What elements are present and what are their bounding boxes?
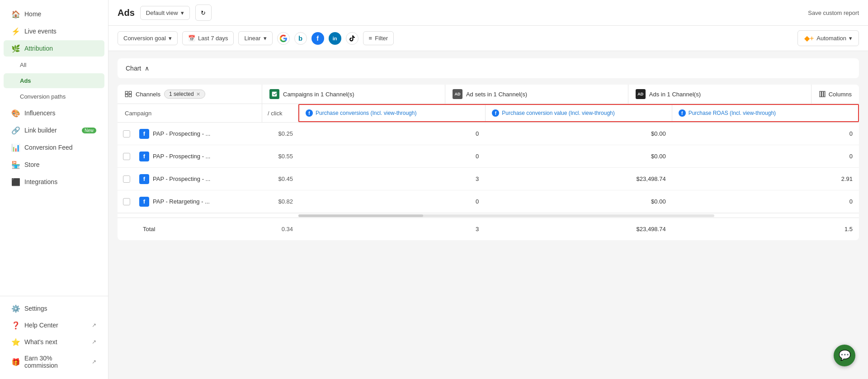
link-builder-icon: 🔗 <box>12 126 20 134</box>
conversion-feed-icon: 📊 <box>12 143 20 152</box>
attribution-label: Linear <box>244 35 260 42</box>
linkedin-channel-icon[interactable]: in <box>329 32 341 45</box>
chevron-down-icon: ▾ <box>264 35 267 42</box>
conversion-goal-label: Conversion goal <box>123 35 166 42</box>
campaign-cell: f PAP - Prospecting - ... <box>136 147 262 166</box>
table-row: f PAP - Retargeting - ... $0.82 0 $0.00 … <box>118 190 859 213</box>
total-click: 0.34 <box>262 221 298 237</box>
metrics-header: Campaign / click f Purchase conversions … <box>118 104 859 123</box>
sidebar-item-label: Attribution <box>24 45 53 52</box>
facebook-channel-icon[interactable]: f <box>311 32 324 45</box>
adsets-header[interactable]: AD Ad sets in 1 Channel(s) <box>445 85 628 104</box>
sidebar-item-attribution[interactable]: 🌿 Attribution <box>4 40 104 57</box>
attribution-button[interactable]: Linear ▾ <box>238 31 272 45</box>
click-cell: $0.45 <box>262 171 298 187</box>
ads-header[interactable]: AD Ads in 1 Channel(s) <box>628 85 811 104</box>
tiktok-channel-icon[interactable] <box>346 32 359 45</box>
total-row: Total 0.34 3 $23,498.74 1.5 <box>118 218 859 240</box>
scrollbar-thumb[interactable] <box>298 214 423 217</box>
automation-button[interactable]: ◆+ Automation ▾ <box>797 30 859 46</box>
table-row: f PAP - Prospecting - ... $0.45 3 $23,49… <box>118 168 859 190</box>
click-cell: $0.25 <box>262 126 298 142</box>
sidebar-item-whats-next[interactable]: ⭐ What's next ↗ <box>4 334 104 350</box>
external-icon: ↗ <box>92 359 96 365</box>
bing-text: b <box>298 34 302 42</box>
purchase-roas-header[interactable]: f Purchase ROAS (Incl. view-through) <box>672 105 858 121</box>
table-row: f PAP - Prospecting - ... $0.25 0 $0.00 … <box>118 123 859 145</box>
sidebar-item-label: Conversion Feed <box>24 144 73 151</box>
roas-cell: 2.91 <box>672 171 859 187</box>
facebook-icon: f <box>306 109 313 117</box>
columns-label: Columns <box>829 91 852 98</box>
metrics-columns: f Purchase conversions (Incl. view-throu… <box>298 104 859 122</box>
campaign-cell: f PAP - Prospecting - ... <box>136 170 262 189</box>
campaigns-header[interactable]: Campaigns in 1 Channel(s) <box>262 85 445 104</box>
sidebar-item-label: Ads <box>20 77 31 84</box>
sidebar-item-live-events[interactable]: ⚡ Live events <box>4 23 104 39</box>
row-checkbox[interactable] <box>118 198 136 205</box>
refresh-button[interactable]: ↻ <box>195 5 212 21</box>
sidebar-item-integrations[interactable]: ⬛ Integrations <box>4 174 104 190</box>
sidebar-item-influencers[interactable]: 🎨 Influencers <box>4 105 104 121</box>
save-custom-report-button[interactable]: Save custom report <box>808 9 859 16</box>
table-row: f PAP - Prospecting - ... $0.55 0 $0.00 … <box>118 145 859 168</box>
date-range-label: Last 7 days <box>198 35 228 42</box>
sidebar-item-ads[interactable]: Ads <box>4 73 104 88</box>
campaign-icon <box>269 89 279 99</box>
sidebar-item-label: Earn 30% commission <box>24 355 87 369</box>
svg-rect-6 <box>824 91 825 97</box>
value-cell: $0.00 <box>485 148 672 164</box>
sidebar-item-conversion-paths[interactable]: Conversion paths <box>4 89 104 104</box>
total-value: $23,498.74 <box>485 221 672 237</box>
toolbar: Conversion goal ▾ 📅 Last 7 days Linear ▾… <box>108 26 868 51</box>
campaign-cell: f PAP - Prospecting - ... <box>136 124 262 143</box>
view-selector[interactable]: Default view ▾ <box>140 6 190 20</box>
row-checkbox[interactable] <box>118 175 136 183</box>
channels-header[interactable]: Channels 1 selected ✕ <box>118 85 262 104</box>
value-cell: $23,498.74 <box>485 171 672 187</box>
sidebar-item-conversion-feed[interactable]: 📊 Conversion Feed <box>4 139 104 156</box>
chart-toggle-icon[interactable]: ∧ <box>145 65 149 72</box>
clear-selection-icon[interactable]: ✕ <box>196 91 200 97</box>
columns-header[interactable]: Columns <box>811 85 859 104</box>
sidebar-item-settings[interactable]: ⚙️ Settings <box>4 300 104 317</box>
sidebar-item-link-builder[interactable]: 🔗 Link builder New <box>4 122 104 138</box>
conversions-cell: 0 <box>298 148 485 164</box>
row-checkbox[interactable] <box>118 153 136 160</box>
svg-rect-5 <box>821 91 823 97</box>
filter-label: Filter <box>375 35 388 42</box>
sidebar-item-store[interactable]: 🏪 Store <box>4 156 104 173</box>
conversions-cell: 0 <box>298 126 485 142</box>
conversion-goal-button[interactable]: Conversion goal ▾ <box>118 31 178 45</box>
calendar-icon: 📅 <box>188 35 195 42</box>
view-label: Default view <box>146 9 178 16</box>
scrollbar-track <box>298 214 714 217</box>
home-icon: 🏠 <box>12 10 20 18</box>
total-label: Total <box>118 221 262 237</box>
new-badge: New <box>82 128 96 133</box>
purchase-conversions-header[interactable]: f Purchase conversions (Incl. view-throu… <box>299 105 486 121</box>
purchase-value-header[interactable]: f Purchase conversion value (Incl. view-… <box>486 105 672 121</box>
svg-rect-0 <box>125 91 127 94</box>
automation-diamond-icon: ◆+ <box>804 34 814 43</box>
gift-icon: 🎁 <box>12 358 20 366</box>
google-channel-icon[interactable] <box>277 32 290 45</box>
filter-button[interactable]: ≡ Filter <box>363 31 394 45</box>
chat-fab[interactable]: 💬 <box>834 345 855 366</box>
date-range-button[interactable]: 📅 Last 7 days <box>182 31 234 45</box>
campaign-col-label: Campaign <box>125 110 151 117</box>
click-col-header: / click <box>262 104 298 122</box>
row-checkbox[interactable] <box>118 130 136 137</box>
horizontal-scrollbar[interactable] <box>118 213 859 218</box>
channels-label: Channels <box>136 91 160 98</box>
selected-count: 1 selected <box>169 91 194 97</box>
conversions-cell: 3 <box>298 171 485 187</box>
sidebar-item-home[interactable]: 🏠 Home <box>4 6 104 22</box>
sidebar-item-all[interactable]: All <box>4 57 104 72</box>
sidebar-item-help-center[interactable]: ❓ Help Center ↗ <box>4 317 104 333</box>
sidebar-item-earn-commission[interactable]: 🎁 Earn 30% commission ↗ <box>4 351 104 373</box>
bing-channel-icon[interactable]: b <box>294 32 307 45</box>
svg-rect-3 <box>129 95 131 97</box>
influencers-icon: 🎨 <box>12 109 20 117</box>
sidebar-item-label: Home <box>24 10 41 18</box>
